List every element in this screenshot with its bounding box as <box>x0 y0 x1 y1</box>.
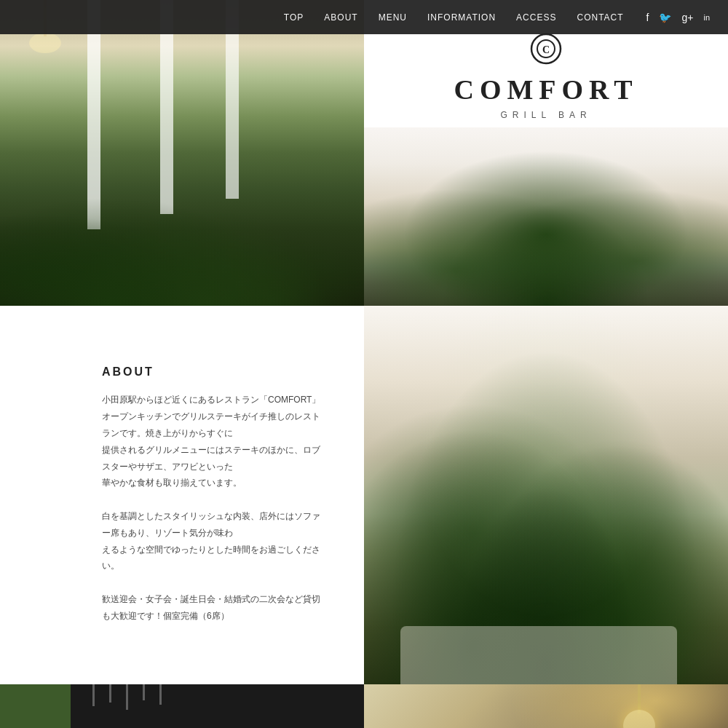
about-text: 小田原駅からほど近くにあるレストラン「COMFORT」 オープンキッチンでグリル… <box>102 392 328 624</box>
about-title: ABOUT <box>102 365 328 379</box>
ceiling-lights <box>92 684 162 710</box>
svg-text:C: C <box>542 44 550 55</box>
nav-access[interactable]: ACCESS <box>506 0 566 34</box>
nav-contact[interactable]: CONTACT <box>566 0 633 34</box>
bottom-interior-photo <box>364 684 728 728</box>
about-section: ABOUT 小田原駅からほど近くにあるレストラン「COMFORT」 オープンキッ… <box>0 306 364 684</box>
bottom-dark-panel: C COMFORT GRILL BAR <box>71 684 364 728</box>
brand-icon: C <box>530 33 562 65</box>
plant-photo-large <box>364 306 728 684</box>
brand-subtitle: GRILL BAR <box>454 110 638 120</box>
facebook-icon[interactable]: f <box>641 0 654 34</box>
hero-section: C COMFORT GRILL BAR <box>0 0 728 306</box>
green-accent <box>0 684 71 728</box>
twitter-icon[interactable]: 🐦 <box>654 0 676 34</box>
nav-about[interactable]: ABOUT <box>314 0 368 34</box>
nav-menu[interactable]: MENU <box>368 0 417 34</box>
nav-information[interactable]: INFORMATION <box>417 0 506 34</box>
googleplus-icon[interactable]: g+ <box>676 0 698 34</box>
hero-right-panel: C COMFORT GRILL BAR <box>364 0 728 306</box>
hero-image <box>0 0 364 306</box>
brand-logo: C COMFORT GRILL BAR <box>454 33 638 120</box>
plant-photo <box>364 127 728 306</box>
nav-top[interactable]: TOP <box>274 0 314 34</box>
nav-links: TOP ABOUT MENU INFORMATION ACCESS CONTAC… <box>274 0 634 34</box>
linkedin-icon[interactable]: in <box>698 0 715 34</box>
brand-name: COMFORT <box>454 74 638 106</box>
nav-social: f 🐦 g+ in <box>641 0 715 34</box>
main-content: ABOUT 小田原駅からほど近くにあるレストラン「COMFORT」 オープンキッ… <box>0 306 728 684</box>
navigation: TOP ABOUT MENU INFORMATION ACCESS CONTAC… <box>0 0 728 34</box>
bottom-row: C COMFORT GRILL BAR <box>0 684 728 728</box>
